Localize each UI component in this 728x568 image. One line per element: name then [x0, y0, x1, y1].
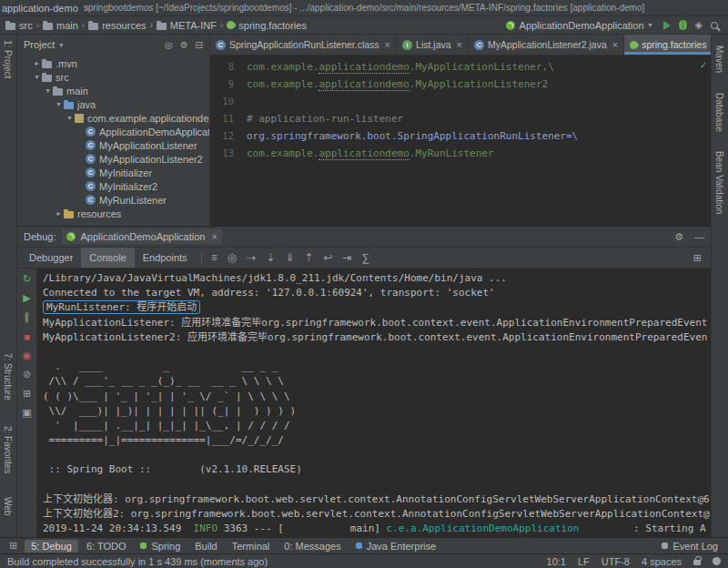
- debug-tab-console[interactable]: Console: [81, 248, 134, 268]
- collapse-all-button[interactable]: ⊟: [196, 40, 203, 50]
- tree-toggle-icon[interactable]: ▸: [32, 59, 42, 67]
- toolwindow-button-build[interactable]: Build: [188, 540, 223, 553]
- tool-strip-button-1-project[interactable]: 1: Project: [3, 40, 13, 78]
- tool-strip-button-database[interactable]: Database: [714, 93, 724, 132]
- console-text: \\/ ___)| |_)| | | | | || (_| | ) ) ) ): [43, 405, 296, 417]
- tool-strip-button-web[interactable]: Web: [3, 497, 13, 515]
- tree-item-src[interactable]: ▾src: [17, 70, 209, 84]
- tree-item-myinitializer[interactable]: CMyInitializer: [17, 166, 209, 179]
- step-out-icon[interactable]: ⇡: [300, 251, 317, 264]
- close-icon[interactable]: ×: [457, 39, 462, 50]
- editor-tab-myapplicationlistener2-java[interactable]: CMyApplicationListener2.java×: [469, 35, 624, 55]
- tree-toggle-icon[interactable]: ▾: [43, 86, 53, 95]
- status-message[interactable]: Build completed successfully in 1 s 439 …: [7, 556, 268, 567]
- editor[interactable]: 8910111213 com.example.applicationdemo.M…: [210, 56, 711, 226]
- lock-icon[interactable]: [693, 560, 701, 565]
- locate-file-button[interactable]: ◎: [165, 40, 173, 50]
- run-to-cursor-icon[interactable]: ⇥: [339, 251, 355, 264]
- resume-icon[interactable]: ▶: [23, 292, 30, 304]
- step-into-icon[interactable]: ⇣: [262, 251, 278, 264]
- drop-frame-icon[interactable]: ↩: [319, 251, 336, 264]
- search-everywhere-button[interactable]: [711, 22, 718, 29]
- toolwindow-button-0-messages[interactable]: 0: Messages: [278, 540, 347, 553]
- console-output[interactable]: /Library/Java/JavaVirtualMachines/jdk1.8…: [37, 269, 711, 537]
- pin-tab-icon[interactable]: ▣: [22, 407, 31, 419]
- mute-breakpoints-icon[interactable]: ⊘: [23, 369, 31, 380]
- tree-item-resources[interactable]: ▸resources: [17, 207, 209, 220]
- restore-layout-icon[interactable]: ⊞: [23, 388, 31, 400]
- title-bar: application-demo › springbootdemos [~/Id…: [0, 0, 728, 16]
- coverage-button[interactable]: ◈: [695, 19, 703, 31]
- debug-title: Debug:: [24, 231, 56, 242]
- tree-item-main[interactable]: ▾main: [17, 84, 209, 97]
- step-over-icon[interactable]: ⇢: [243, 251, 259, 264]
- breadcrumb-item-spring-factories[interactable]: spring.factories: [227, 20, 307, 31]
- window-icon[interactable]: ⊞: [4, 540, 23, 552]
- gear-icon[interactable]: ⚙: [180, 40, 188, 50]
- tree-item-com-example-applicationdemo[interactable]: ▾com.example.applicationdemo: [17, 111, 209, 125]
- tree-toggle-icon[interactable]: ▾: [32, 73, 42, 81]
- tree-item-myinitializer2[interactable]: CMyInitializer2: [17, 179, 209, 193]
- force-step-into-icon[interactable]: ⇓: [281, 251, 298, 264]
- project-panel-header[interactable]: Project ▾ ◎ ⚙ ⊟: [17, 35, 209, 55]
- breadcrumb-item-meta-inf[interactable]: META-INF: [157, 20, 217, 31]
- debug-button[interactable]: [679, 20, 687, 30]
- debug-tab-endpoints[interactable]: Endpoints: [135, 248, 196, 268]
- tree-toggle-icon[interactable]: ▾: [54, 100, 64, 108]
- console-line: Connected to the target VM, address: '12…: [43, 286, 711, 300]
- indent-setting[interactable]: 4 spaces: [642, 556, 682, 567]
- editor-code[interactable]: com.example.applicationdemo.MyApplicatio…: [241, 56, 711, 226]
- tree-item-myrunlistener[interactable]: CMyRunListener: [17, 193, 209, 207]
- toolwindow-button-terminal[interactable]: Terminal: [226, 540, 277, 553]
- close-icon[interactable]: ×: [211, 231, 217, 242]
- tool-strip-button-7-structure[interactable]: 7: Structure: [3, 353, 13, 401]
- tool-strip-button-maven[interactable]: Maven: [714, 46, 724, 73]
- line-number: 13: [210, 145, 234, 162]
- close-icon[interactable]: ×: [612, 39, 618, 50]
- rerun-icon[interactable]: ↻: [23, 273, 31, 285]
- editor-tab-springapplicationrunlistener-class[interactable]: CSpringApplicationRunListener.class×: [210, 35, 397, 55]
- pause-icon[interactable]: ∥: [25, 311, 30, 323]
- debug-session-tab[interactable]: ApplicationDemoApplication ×: [62, 229, 221, 244]
- breadcrumb-item-src[interactable]: src: [5, 20, 33, 31]
- toolwindow-button-java-enterprise[interactable]: Java Enterprise: [349, 540, 442, 553]
- caret-position[interactable]: 10:1: [547, 556, 566, 567]
- editor-tab-spring-factories[interactable]: spring.factories×: [624, 35, 724, 55]
- tree-toggle-icon[interactable]: ▸: [54, 209, 64, 218]
- folder-icon: [42, 61, 52, 68]
- toolwindow-button-6-todo[interactable]: 6: TODO: [80, 540, 133, 553]
- minimize-icon[interactable]: —: [694, 231, 704, 243]
- toolwindow-button-5-debug[interactable]: 5: Debug: [25, 540, 78, 553]
- breadcrumb-root-label: application-demo: [2, 3, 78, 14]
- run-configuration-select[interactable]: ApplicationDemoApplication ▾: [503, 19, 655, 32]
- breadcrumb-item-main[interactable]: main: [43, 20, 78, 31]
- toolwindow-button-event-log[interactable]: Event Log: [655, 540, 724, 553]
- toolwindow-button-spring[interactable]: Spring: [134, 540, 187, 553]
- run-button[interactable]: [663, 21, 671, 30]
- editor-tab-list-java[interactable]: IList.java×: [397, 35, 469, 55]
- tree-item-myapplicationlistener[interactable]: CMyApplicationListener: [17, 138, 209, 152]
- breadcrumb-root[interactable]: application-demo ›: [2, 0, 92, 15]
- tree-item-java[interactable]: ▾java: [17, 97, 209, 111]
- close-icon[interactable]: ×: [385, 39, 390, 50]
- tool-strip-button-bean-validation[interactable]: Bean Validation: [714, 151, 724, 214]
- view-breakpoints-icon[interactable]: ◉: [23, 350, 32, 361]
- menu-icon[interactable]: ≡: [207, 251, 221, 264]
- console-line: MyApplicationListener2: 应用环境准备完毕org.spri…: [43, 330, 711, 345]
- tree-toggle-icon[interactable]: ▾: [65, 114, 75, 122]
- file-encoding[interactable]: UTF-8: [602, 556, 630, 567]
- layout-settings-icon[interactable]: ⊞: [693, 252, 702, 263]
- stop-icon[interactable]: ■: [24, 330, 30, 342]
- line-separator[interactable]: LF: [578, 556, 590, 567]
- gear-icon[interactable]: ⚙: [674, 231, 683, 243]
- evaluate-expression-icon[interactable]: ∑: [359, 251, 374, 264]
- tool-strip-button-2-favorites[interactable]: 2: Favorites: [3, 426, 13, 473]
- tree-item-myapplicationlistener2[interactable]: CMyApplicationListener2: [17, 152, 209, 166]
- debug-tab-debugger[interactable]: Debugger: [21, 248, 81, 268]
- breadcrumb-item-resources[interactable]: resources: [88, 20, 146, 31]
- tree-item-applicationdemoapplication[interactable]: CApplicationDemoApplication: [17, 125, 209, 138]
- inspections-widget-icon[interactable]: [713, 557, 721, 565]
- tree-item-mvn[interactable]: ▸.mvn: [17, 56, 209, 70]
- center-area: Project ▾ ◎ ⚙ ⊟ ▸.mvn▾src▾main▾java▾com.…: [17, 35, 711, 537]
- show-execution-point-icon[interactable]: ◎: [224, 251, 240, 264]
